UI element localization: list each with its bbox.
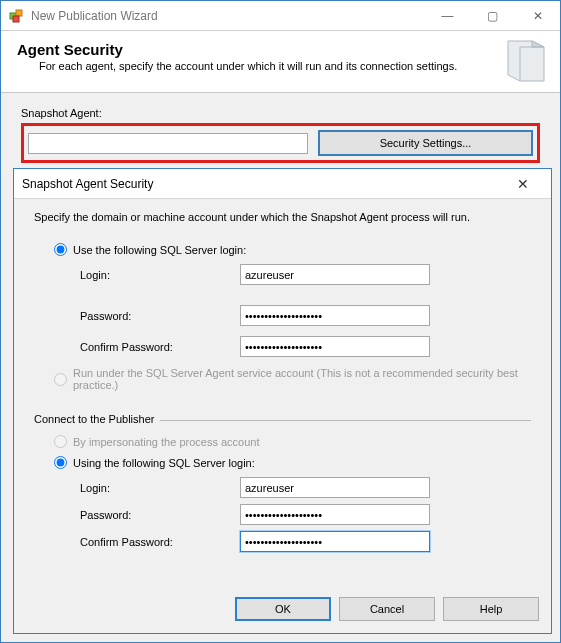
password-input[interactable] [240,305,430,326]
wizard-header: Agent Security For each agent, specify t… [1,31,560,93]
confirm-password-input[interactable] [240,336,430,357]
ok-button[interactable]: OK [235,597,331,621]
radio-impersonate-input [54,435,67,448]
radio-impersonate-label: By impersonating the process account [73,436,260,448]
publisher-password-input[interactable] [240,504,430,525]
publisher-login-label: Login: [80,482,240,494]
svg-rect-1 [16,10,22,16]
login-label: Login: [80,269,240,281]
snapshot-agent-input[interactable] [28,133,308,154]
publisher-confirm-password-input[interactable] [240,531,430,552]
snapshot-agent-security-dialog: Snapshot Agent Security ✕ Specify the do… [13,168,552,634]
connect-publisher-section-label: Connect to the Publisher [34,413,154,425]
help-button[interactable]: Help [443,597,539,621]
publisher-password-label: Password: [80,509,240,521]
dialog-button-bar: OK Cancel Help [14,589,551,633]
radio-use-sql-login-input[interactable] [54,243,67,256]
window-title: New Publication Wizard [31,9,425,23]
dialog-title: Snapshot Agent Security [22,177,503,191]
wizard-window: New Publication Wizard — ▢ ✕ Agent Secur… [0,0,561,643]
dialog-description: Specify the domain or machine account un… [34,211,531,223]
header-graphic-icon [502,37,550,85]
dialog-close-button[interactable]: ✕ [503,176,543,192]
publisher-confirm-password-label: Confirm Password: [80,536,240,548]
radio-agent-service-account-input [54,373,67,386]
security-settings-button[interactable]: Security Settings... [318,130,533,156]
radio-agent-service-account-label: Run under the SQL Server Agent service a… [73,367,531,391]
password-label: Password: [80,310,240,322]
radio-use-sql-login[interactable]: Use the following SQL Server login: [54,243,531,256]
radio-agent-service-account: Run under the SQL Server Agent service a… [54,367,531,391]
page-subtitle: For each agent, specify the account unde… [39,60,544,72]
svg-rect-2 [13,16,19,22]
cancel-button[interactable]: Cancel [339,597,435,621]
svg-marker-4 [532,41,544,47]
radio-publisher-sql-login[interactable]: Using the following SQL Server login: [54,456,531,469]
login-input[interactable] [240,264,430,285]
close-button[interactable]: ✕ [515,1,560,30]
window-titlebar: New Publication Wizard — ▢ ✕ [1,1,560,31]
publisher-login-input[interactable] [240,477,430,498]
confirm-password-label: Confirm Password: [80,341,240,353]
radio-publisher-sql-login-label: Using the following SQL Server login: [73,457,255,469]
section-divider [160,420,531,421]
minimize-button[interactable]: — [425,1,470,30]
radio-impersonate: By impersonating the process account [54,435,531,448]
radio-use-sql-login-label: Use the following SQL Server login: [73,244,246,256]
dialog-titlebar: Snapshot Agent Security ✕ [14,169,551,199]
highlight-box: Security Settings... [21,123,540,163]
wizard-icon [9,8,25,24]
snapshot-agent-label: Snapshot Agent: [21,107,540,119]
page-title: Agent Security [17,41,544,58]
radio-publisher-sql-login-input[interactable] [54,456,67,469]
maximize-button[interactable]: ▢ [470,1,515,30]
